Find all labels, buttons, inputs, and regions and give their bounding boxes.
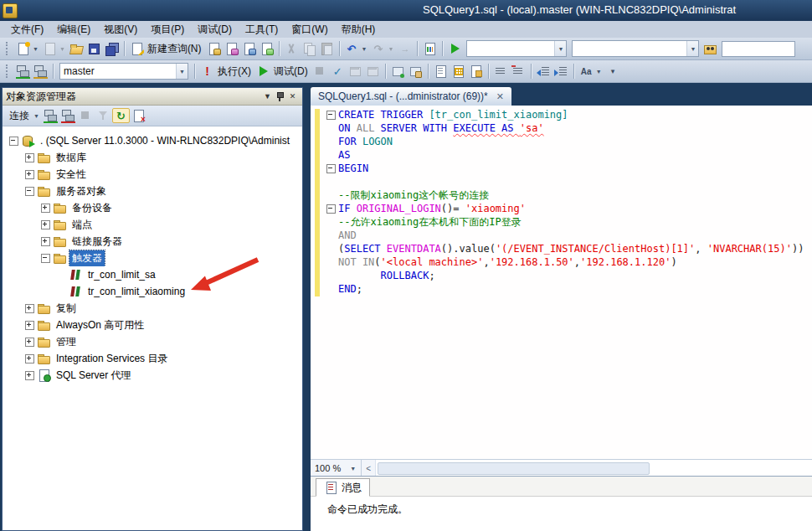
tab-messages[interactable]: 消息: [316, 478, 370, 497]
connect-button[interactable]: 连接▼: [6, 108, 42, 124]
change-connection-button[interactable]: [32, 63, 49, 80]
save-all-button[interactable]: [103, 41, 121, 56]
dmx-query-button[interactable]: [240, 41, 258, 56]
tree-item-复制[interactable]: 复制: [3, 300, 302, 317]
tree-item-触发器[interactable]: 触发器: [3, 250, 302, 266]
horizontal-scrollbar[interactable]: [376, 460, 812, 477]
tree-item-链接服务器[interactable]: 链接服务器: [3, 233, 302, 250]
stop-button[interactable]: [77, 108, 95, 123]
save-button[interactable]: [85, 41, 103, 56]
chevron-down-icon[interactable]: ▼: [686, 41, 698, 56]
tab-close-icon[interactable]: ✕: [496, 91, 504, 102]
auto-hide-pin-button[interactable]: [274, 90, 286, 102]
tree-item-安全性[interactable]: 安全性: [3, 166, 302, 183]
tree-item-integration-services-目录[interactable]: Integration Services 目录: [3, 350, 302, 367]
connect-server-button[interactable]: [42, 107, 59, 124]
tree-expander[interactable]: [25, 321, 34, 330]
execute-button[interactable]: !执行(X): [198, 64, 254, 80]
tree-expander[interactable]: [25, 187, 34, 196]
cancel-query-button[interactable]: [311, 64, 329, 79]
collapse-icon[interactable]: [326, 111, 336, 120]
add-item-button[interactable]: ▼: [41, 41, 68, 56]
database-engine-query-button[interactable]: [205, 41, 223, 56]
script-wizard-button[interactable]: [130, 108, 147, 123]
debug-button[interactable]: 调试(D): [254, 64, 311, 80]
tree-expander[interactable]: [41, 254, 50, 263]
disconnect-server-button[interactable]: [59, 107, 77, 124]
tree-item-sql-server-代理[interactable]: SQL Server 代理: [3, 367, 302, 384]
chevron-down-icon[interactable]: ▼: [176, 64, 188, 79]
tree-item--sql-server-11-0-3000-win-rlnc832dpiq-ad[interactable]: . (SQL Server 11.0.3000 - WIN-RLNC832DPI…: [3, 132, 302, 149]
outline-margin[interactable]: [311, 108, 338, 121]
tab-sqlquery1[interactable]: SQLQuery1.sql - (...dministrator (69))* …: [311, 87, 511, 106]
navigate-backward-button[interactable]: →: [396, 41, 414, 56]
toolbar-overflow-button[interactable]: ▾: [604, 64, 622, 79]
zoom-level[interactable]: 100 %: [311, 463, 345, 473]
estimated-plan-button[interactable]: [347, 64, 364, 79]
menu-编辑(E)[interactable]: 编辑(E): [50, 21, 97, 39]
tree-expander[interactable]: [41, 237, 50, 246]
tree-item-备份设备[interactable]: 备份设备: [3, 199, 302, 216]
decrease-indent-button[interactable]: [535, 64, 552, 79]
database-combo[interactable]: master▼: [59, 63, 188, 80]
tree-item-tr-con-limit-sa[interactable]: tr_con_limit_sa: [3, 266, 302, 283]
comment-out-button[interactable]: [492, 64, 510, 79]
toolbar-grip[interactable]: [6, 64, 10, 78]
tree-expander[interactable]: [25, 371, 34, 380]
query-options-button[interactable]: [364, 64, 382, 79]
tree-item-端点[interactable]: 端点: [3, 216, 302, 233]
toolbar-combo-2[interactable]: ▼: [572, 40, 699, 57]
tree-item-管理[interactable]: 管理: [3, 333, 302, 350]
include-actual-plan-button[interactable]: [407, 64, 424, 79]
activity-monitor-button[interactable]: [421, 41, 439, 56]
connect-query-button[interactable]: [14, 63, 32, 80]
tree-expander[interactable]: [25, 354, 34, 363]
copy-button[interactable]: [301, 41, 318, 56]
results-to-grid-button[interactable]: [450, 64, 467, 79]
results-to-file-button[interactable]: [467, 64, 485, 79]
tree-item-alwayson-高可用性[interactable]: AlwaysOn 高可用性: [3, 317, 302, 333]
redo-button[interactable]: ↷▼: [369, 41, 396, 56]
uncomment-button[interactable]: [510, 64, 527, 79]
window-position-menu-button[interactable]: ▼: [261, 90, 274, 102]
find-in-files-button[interactable]: [702, 41, 719, 56]
new-query-button[interactable]: 新建查询(N): [128, 41, 205, 57]
open-file-button[interactable]: [68, 41, 85, 56]
tree-expander[interactable]: [41, 204, 50, 213]
menu-文件(F)[interactable]: 文件(F): [4, 21, 50, 39]
outline-margin[interactable]: [311, 162, 338, 175]
tree-item-tr-con-limit-xiaoming[interactable]: tr_con_limit_xiaoming: [3, 283, 302, 300]
zoom-dropdown-icon[interactable]: ▼: [345, 460, 362, 477]
filter-button[interactable]: [95, 108, 112, 123]
refresh-button[interactable]: ↻: [112, 108, 130, 123]
tree-item-服务器对象[interactable]: 服务器对象: [3, 183, 302, 199]
chevron-down-icon[interactable]: ▼: [554, 41, 566, 56]
tree-item-数据库[interactable]: 数据库: [3, 149, 302, 166]
undo-button[interactable]: ↶▼: [343, 41, 370, 56]
tree-expander[interactable]: [25, 338, 34, 347]
toolbar-combo-1[interactable]: ▼: [466, 40, 567, 57]
new-query-shortcut-button[interactable]: ▼: [14, 41, 41, 56]
menu-项目(P)[interactable]: 项目(P): [144, 21, 191, 39]
tree-expander[interactable]: [25, 170, 34, 179]
cut-button[interactable]: [283, 41, 301, 56]
paste-button[interactable]: [318, 41, 336, 56]
menu-调试(D)[interactable]: 调试(D): [191, 21, 239, 39]
results-to-text-button[interactable]: [432, 64, 450, 79]
menu-工具(T)[interactable]: 工具(T): [239, 21, 285, 39]
sql-code-editor[interactable]: CREATE TRIGGER [tr_con_limit_xiaoming]ON…: [311, 106, 812, 459]
scrollbar-thumb[interactable]: [378, 462, 650, 475]
menu-窗口(W)[interactable]: 窗口(W): [285, 21, 334, 39]
increase-indent-button[interactable]: [552, 64, 570, 79]
outline-margin[interactable]: [311, 202, 338, 215]
tree-expander[interactable]: [25, 153, 34, 162]
collapse-icon[interactable]: [326, 164, 336, 173]
toolbar-grip[interactable]: [6, 42, 10, 55]
menu-视图(V)[interactable]: 视图(V): [97, 21, 144, 39]
parse-button[interactable]: ✓: [329, 64, 347, 79]
menu-帮助(H)[interactable]: 帮助(H): [335, 21, 383, 39]
scroll-left-arrow-icon[interactable]: <: [362, 460, 376, 477]
change-case-button[interactable]: Aa▼: [578, 64, 604, 79]
collapse-icon[interactable]: [326, 204, 336, 214]
search-box[interactable]: [722, 41, 795, 57]
